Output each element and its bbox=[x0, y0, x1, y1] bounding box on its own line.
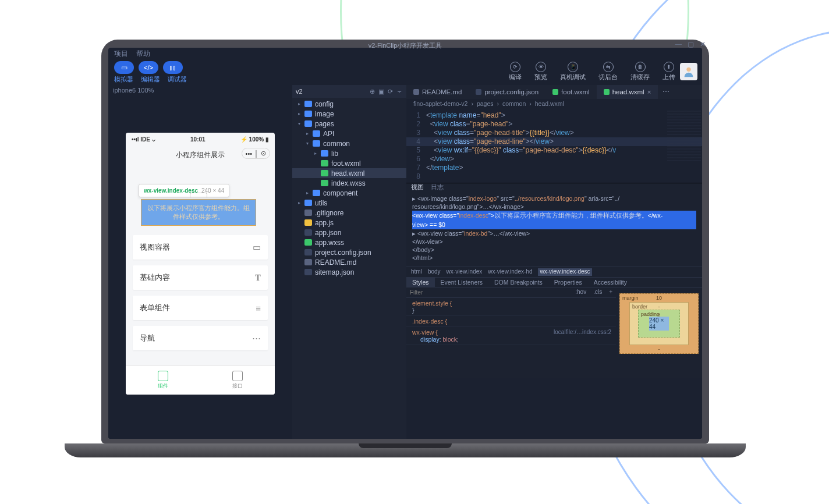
tb-left-2: 调试器 bbox=[168, 76, 187, 84]
devtab-log[interactable]: 日志 bbox=[431, 183, 444, 193]
collapse-icon[interactable]: ⫟ bbox=[396, 88, 403, 95]
file-foot.wxml[interactable]: foot.wxml bbox=[292, 158, 406, 168]
card-视图容器[interactable]: 视图容器▭ bbox=[133, 235, 268, 260]
card-导航[interactable]: 导航⋯ bbox=[133, 326, 268, 350]
file-head.wxml[interactable]: head.wxml bbox=[292, 168, 406, 178]
new-rule-button[interactable]: + bbox=[605, 288, 616, 297]
window-controls: — ▢ ✕ bbox=[675, 48, 703, 48]
editor-tab-project.config.json[interactable]: project.config.json bbox=[469, 85, 545, 99]
css-rule[interactable]: wx-view {localfile:/…index.css:2display:… bbox=[406, 327, 616, 345]
editor-tab-foot.wxml[interactable]: foot.wxml bbox=[545, 85, 597, 99]
file-app.js[interactable]: app.js bbox=[292, 218, 406, 228]
minimap[interactable] bbox=[667, 111, 701, 163]
toolbar-切后台[interactable]: ⇆切后台 bbox=[598, 62, 618, 81]
box-model[interactable]: margin 10 - border - padding - bbox=[616, 288, 702, 378]
crumb-fino-applet-demo-v2[interactable]: fino-applet-demo-v2 bbox=[413, 100, 467, 108]
card-表单组件[interactable]: 表单组件≡ bbox=[133, 296, 268, 320]
debugger-toggle[interactable]: ⫿⫿ bbox=[163, 61, 183, 74]
tab-组件[interactable]: 组件 bbox=[126, 366, 200, 395]
editor-tab-head.wxml[interactable]: head.wxml× bbox=[597, 85, 658, 99]
simulator-panel: iphone6 100% ••ıl IDE ⌵ 10:01 ⚡ 100% ▮ 小… bbox=[108, 85, 292, 439]
toolbar-真机调试[interactable]: 📱真机调试 bbox=[560, 62, 586, 81]
el-crumb-1[interactable]: body bbox=[428, 268, 441, 276]
crumb-head.wxml[interactable]: head.wxml bbox=[535, 100, 564, 108]
status-time: 10:01 bbox=[190, 136, 206, 143]
file-image[interactable]: ▸image bbox=[292, 109, 406, 119]
svg-point-0 bbox=[686, 68, 690, 72]
maximize-button[interactable]: ▢ bbox=[688, 48, 694, 48]
editor-toggle[interactable]: </> bbox=[139, 61, 158, 74]
tb-left-0: 模拟器 bbox=[114, 76, 133, 84]
styles-filter-input[interactable] bbox=[406, 288, 572, 297]
new-file-icon[interactable]: ⊕ bbox=[370, 88, 375, 95]
toolbar-预览[interactable]: 👁预览 bbox=[534, 62, 547, 81]
code-area[interactable]: 1<template name="head">2 <view class="pa… bbox=[406, 109, 702, 183]
app-title: 小程序组件展示 bbox=[176, 150, 225, 160]
crumb-common[interactable]: common bbox=[502, 100, 526, 108]
file-config[interactable]: ▸config bbox=[292, 99, 406, 109]
el-crumb-2[interactable]: wx-view.index bbox=[447, 268, 483, 276]
editor-panel: README.mdproject.config.jsonfoot.wxmlhea… bbox=[406, 85, 702, 439]
status-left: ••ıl IDE ⌵ bbox=[132, 136, 155, 143]
file-utils[interactable]: ▸utils bbox=[292, 198, 406, 208]
toolbar: ▭ </> ⫿⫿ 模拟器 编辑器 调试器 ⟳编译👁预览📱真机调试⇆切后台🗑清缓存… bbox=[108, 59, 702, 85]
crumb-pages[interactable]: pages bbox=[477, 100, 494, 108]
selected-element[interactable]: 以下将展示小程序官方组件能力。组件样式仅供参考。 bbox=[141, 199, 256, 226]
file-API[interactable]: ▸API bbox=[292, 129, 406, 139]
style-tab-Properties[interactable]: Properties bbox=[548, 278, 588, 287]
inspect-tooltip: wx-view.index-desc 240 × 44 bbox=[139, 184, 229, 197]
file-project.config.json[interactable]: project.config.json bbox=[292, 247, 406, 257]
elements-panel[interactable]: ▸ <wx-image class="index-logo" src="../r… bbox=[406, 193, 702, 267]
editor-tab-README.md[interactable]: README.md bbox=[406, 85, 469, 99]
capsule-menu[interactable]: •••│⊙ bbox=[242, 148, 270, 159]
style-tab-Accessibility[interactable]: Accessibility bbox=[588, 278, 633, 287]
refresh-icon[interactable]: ⟳ bbox=[388, 88, 393, 95]
tabs-overflow[interactable]: ⋯ bbox=[658, 85, 674, 99]
file-component[interactable]: ▸component bbox=[292, 188, 406, 198]
device-info[interactable]: iphone6 100% bbox=[113, 87, 154, 94]
menu-bar: 项目 帮助 v2-FinClip小程序开发工具 — ▢ ✕ bbox=[108, 48, 702, 59]
file-common[interactable]: ▾common bbox=[292, 139, 406, 148]
tab-接口[interactable]: 接口 bbox=[200, 366, 275, 395]
file-index.wxss[interactable]: index.wxss bbox=[292, 178, 406, 188]
file-README.md[interactable]: README.md bbox=[292, 257, 406, 267]
minimize-button[interactable]: — bbox=[675, 48, 682, 48]
cls-toggle[interactable]: .cls bbox=[590, 288, 605, 297]
window-title: v2-FinClip小程序开发工具 bbox=[369, 48, 442, 51]
new-folder-icon[interactable]: ▣ bbox=[378, 88, 384, 95]
el-crumb-0[interactable]: html bbox=[411, 268, 422, 276]
style-tab-DOM Breakpoints[interactable]: DOM Breakpoints bbox=[488, 278, 548, 287]
el-crumb-3[interactable]: wx-view.index-hd bbox=[488, 268, 532, 276]
simulator-toggle[interactable]: ▭ bbox=[114, 61, 134, 74]
menu-help[interactable]: 帮助 bbox=[136, 49, 150, 58]
menu-project[interactable]: 项目 bbox=[114, 49, 128, 58]
css-rule[interactable]: element.style {} bbox=[406, 298, 616, 316]
tb-left-1: 编辑器 bbox=[141, 76, 160, 84]
css-rule[interactable]: .index-desc {</div><div class="prop"><sp… bbox=[406, 316, 616, 327]
devtools: 视图 日志 ▸ <wx-image class="index-logo" src… bbox=[406, 183, 702, 378]
status-right: ⚡ 100% ▮ bbox=[240, 136, 269, 143]
user-avatar[interactable] bbox=[680, 63, 697, 80]
phone-preview: ••ıl IDE ⌵ 10:01 ⚡ 100% ▮ 小程序组件展示 •••│⊙ … bbox=[126, 133, 275, 395]
laptop-frame: 项目 帮助 v2-FinClip小程序开发工具 — ▢ ✕ ▭ </> ⫿⫿ bbox=[93, 40, 717, 459]
toolbar-清缓存[interactable]: 🗑清缓存 bbox=[630, 62, 650, 81]
file-sitemap.json[interactable]: sitemap.json bbox=[292, 267, 406, 277]
file-explorer: v2 ⊕ ▣ ⟳ ⫟ ▸config▸image▾pages▸API▾commo… bbox=[292, 85, 406, 439]
devtab-view[interactable]: 视图 bbox=[411, 183, 424, 193]
file-pages[interactable]: ▾pages bbox=[292, 119, 406, 129]
toolbar-编译[interactable]: ⟳编译 bbox=[509, 62, 522, 81]
hov-toggle[interactable]: :hov bbox=[572, 288, 590, 297]
card-基础内容[interactable]: 基础内容𝐓 bbox=[133, 265, 268, 290]
style-tab-Event Listeners[interactable]: Event Listeners bbox=[435, 278, 488, 287]
close-button[interactable]: ✕ bbox=[700, 48, 702, 48]
toolbar-上传[interactable]: ⬆上传 bbox=[663, 62, 675, 81]
file-lib[interactable]: ▸lib bbox=[292, 148, 406, 158]
file-app.wxss[interactable]: app.wxss bbox=[292, 237, 406, 247]
el-crumb-4[interactable]: wx-view.index-desc bbox=[538, 268, 591, 276]
project-root[interactable]: v2 bbox=[296, 88, 303, 95]
file-.gitignore[interactable]: .gitignore bbox=[292, 208, 406, 218]
style-tab-Styles[interactable]: Styles bbox=[406, 278, 435, 287]
file-app.json[interactable]: app.json bbox=[292, 228, 406, 237]
